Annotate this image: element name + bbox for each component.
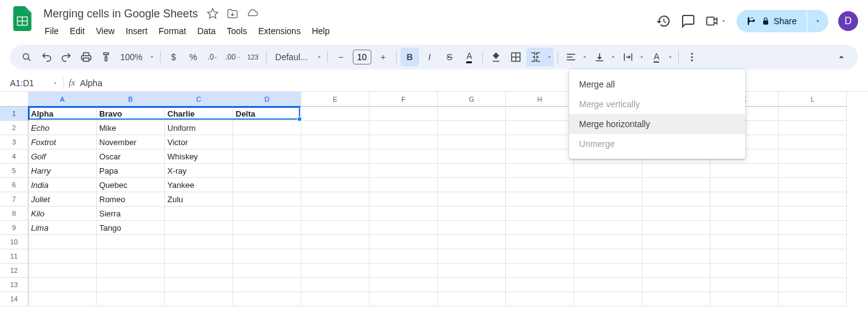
move-icon[interactable] [226,7,239,20]
cell[interactable] [779,192,847,207]
cell[interactable]: Charlie [165,107,233,121]
row-header-8[interactable]: 8 [0,207,29,221]
cell[interactable] [711,278,779,292]
cell[interactable] [779,135,847,149]
redo-icon[interactable] [57,48,76,66]
more-formats-icon[interactable]: 123 [244,48,262,66]
cell[interactable]: Papa [97,164,165,178]
cell[interactable] [574,192,642,207]
cell[interactable] [165,207,233,221]
cell[interactable] [438,221,506,235]
cell[interactable]: Juliet [29,192,97,207]
font-dropdown-icon[interactable] [315,48,324,66]
cell[interactable] [506,121,574,135]
column-header-G[interactable]: G [438,92,506,107]
undo-icon[interactable] [37,48,56,66]
cell[interactable] [438,178,506,192]
menu-view[interactable]: View [91,24,120,38]
rotate-dropdown-icon[interactable] [666,48,675,66]
cell[interactable] [29,292,97,306]
cell[interactable] [506,164,574,178]
cell[interactable] [779,164,847,178]
cell[interactable] [642,178,711,192]
cell[interactable] [711,221,779,235]
merge-button[interactable] [526,48,545,66]
paint-format-icon[interactable] [97,48,115,66]
wrap-dropdown-icon[interactable] [637,48,646,66]
cell[interactable] [438,278,506,292]
menu-help[interactable]: Help [307,24,335,38]
cell[interactable] [574,178,642,192]
cell[interactable] [642,192,711,207]
cell[interactable] [779,264,847,278]
column-header-F[interactable]: F [370,92,438,107]
cell[interactable]: Whiskey [165,149,233,164]
cell[interactable] [438,264,506,278]
cell[interactable] [438,149,506,164]
menu-format[interactable]: Format [154,24,191,38]
history-icon[interactable] [656,14,671,29]
cell[interactable] [301,121,370,135]
menu-tools[interactable]: Tools [222,24,252,38]
cell[interactable] [642,221,711,235]
row-header-14[interactable]: 14 [0,292,29,306]
cell[interactable] [370,292,438,306]
cell[interactable] [233,278,301,292]
cell[interactable] [165,292,233,306]
star-icon[interactable] [206,7,219,20]
cell[interactable] [506,178,574,192]
h-align-dropdown-icon[interactable] [580,48,589,66]
sheets-logo[interactable] [10,6,35,31]
fill-color-button[interactable] [487,48,505,66]
cell[interactable] [370,121,438,135]
v-align-button[interactable] [590,48,609,66]
document-title[interactable]: Merging cells in Google Sheets [40,6,202,22]
cell[interactable] [370,221,438,235]
cell[interactable] [97,264,165,278]
increase-decimal-icon[interactable]: .00→ [224,48,242,66]
cell[interactable] [233,221,301,235]
merge-dropdown-icon[interactable] [545,48,554,66]
cell[interactable] [370,135,438,149]
cell[interactable] [711,192,779,207]
cell[interactable]: Foxtrot [29,135,97,149]
cell[interactable] [301,249,370,264]
cell[interactable] [165,278,233,292]
currency-icon[interactable]: $ [164,48,183,66]
cell[interactable] [779,235,847,249]
cell[interactable] [301,178,370,192]
cell[interactable] [301,264,370,278]
font-select[interactable]: Defaul... [270,50,314,64]
cell[interactable]: Yankee [165,178,233,192]
rotate-button[interactable]: A [647,48,666,66]
cell[interactable]: Echo [29,121,97,135]
cell[interactable]: India [29,178,97,192]
cell[interactable] [301,164,370,178]
cell[interactable] [165,249,233,264]
cell[interactable] [711,164,779,178]
cell[interactable] [301,149,370,164]
cell[interactable] [711,207,779,221]
merge-option-merge-all[interactable]: Merge all [569,74,745,94]
menu-edit[interactable]: Edit [65,24,90,38]
cell[interactable] [97,235,165,249]
cell[interactable]: Golf [29,149,97,164]
cell[interactable]: Lima [29,221,97,235]
cell[interactable]: Tango [97,221,165,235]
cell[interactable] [165,235,233,249]
cell[interactable] [97,278,165,292]
cell[interactable] [370,149,438,164]
cell[interactable] [301,192,370,207]
collapse-toolbar-icon[interactable] [832,48,851,66]
cell[interactable]: Mike [97,121,165,135]
column-header-B[interactable]: B [97,92,165,107]
cell[interactable] [370,278,438,292]
row-header-13[interactable]: 13 [0,278,29,292]
cell[interactable]: Uniform [165,121,233,135]
cell[interactable] [506,235,574,249]
row-header-2[interactable]: 2 [0,121,29,135]
cell[interactable] [370,235,438,249]
cell[interactable] [506,278,574,292]
cell[interactable] [233,178,301,192]
cell[interactable] [642,249,711,264]
